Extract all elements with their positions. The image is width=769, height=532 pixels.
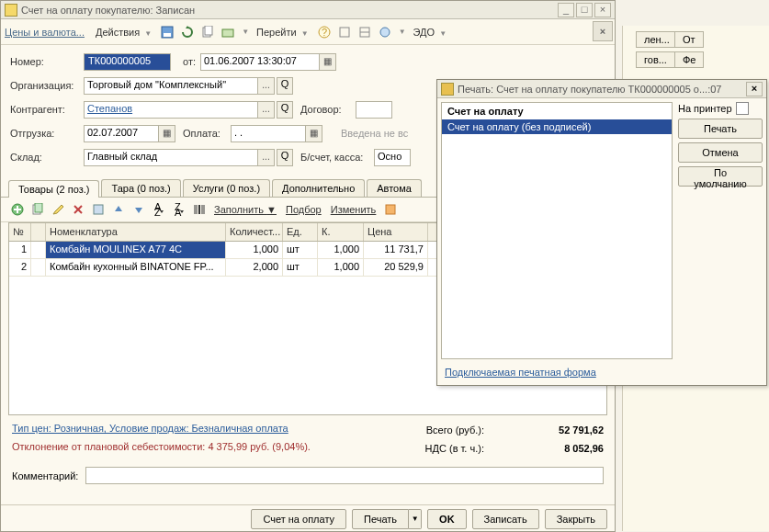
save-button[interactable]: Записать bbox=[472, 509, 539, 529]
date-input[interactable]: 01.06.2007 13:30:07 bbox=[200, 53, 320, 71]
sort-desc-icon[interactable]: ZA bbox=[170, 200, 188, 219]
total-value: 52 791,62 bbox=[521, 424, 604, 436]
table-icon[interactable] bbox=[89, 200, 107, 219]
toolbar-close-button[interactable]: × bbox=[593, 21, 613, 41]
comment-label: Комментарий: bbox=[12, 470, 78, 481]
comment-input[interactable] bbox=[85, 467, 604, 484]
barcode-icon[interactable] bbox=[190, 200, 209, 219]
org-dots-button[interactable]: ... bbox=[258, 77, 275, 95]
pay-input[interactable]: . . bbox=[231, 125, 306, 142]
copy-row-icon[interactable] bbox=[28, 200, 47, 219]
ship-picker-button[interactable]: ▦ bbox=[159, 125, 175, 142]
print-button[interactable]: Печать bbox=[352, 509, 409, 529]
maximize-button[interactable]: □ bbox=[576, 3, 593, 17]
print-list-item[interactable]: Счет на оплату (без подписей) bbox=[442, 119, 672, 134]
save-icon[interactable] bbox=[159, 24, 175, 40]
sklad-dots-button[interactable]: ... bbox=[258, 149, 275, 166]
moveup-icon[interactable] bbox=[109, 200, 128, 219]
gh-k[interactable]: К. bbox=[318, 223, 364, 241]
gh-num[interactable]: № bbox=[9, 223, 31, 241]
help-icon[interactable]: ? bbox=[316, 24, 333, 40]
ok-button[interactable]: OK bbox=[427, 509, 467, 529]
bank-label: Б/счет, касса: bbox=[300, 152, 374, 163]
to-printer-checkbox[interactable] bbox=[736, 102, 749, 115]
fill-link[interactable]: Заполнить ▼ bbox=[214, 204, 277, 215]
number-label: Номер: bbox=[10, 56, 84, 67]
refresh-icon[interactable] bbox=[179, 24, 196, 40]
gh-item[interactable]: Номенклатура bbox=[46, 223, 226, 241]
contr-label: Контрагент: bbox=[10, 104, 84, 115]
change-link[interactable]: Изменить bbox=[331, 204, 377, 215]
bg-tab-3: гов... bbox=[636, 51, 675, 68]
tool-icon-3[interactable] bbox=[377, 24, 393, 40]
tab-extra[interactable]: Дополнительно bbox=[272, 179, 365, 197]
contr-input[interactable]: Степанов bbox=[84, 101, 258, 119]
deviation-text: Отклонение от плановой себестоимости: 4 … bbox=[12, 441, 311, 456]
minimize-button[interactable]: _ bbox=[558, 3, 574, 17]
vat-label: НДС (в т. ч.): bbox=[425, 443, 484, 454]
goto-menu[interactable]: Перейти ▼ bbox=[253, 25, 312, 40]
select-link[interactable]: Подбор bbox=[286, 204, 322, 215]
print-list[interactable]: Счет на оплату Счет на оплату (без подпи… bbox=[441, 102, 673, 359]
dlg-footer-link[interactable]: Подключаемая печатная форма bbox=[437, 363, 766, 385]
bank-input[interactable]: Осно bbox=[374, 149, 411, 166]
add-icon[interactable] bbox=[8, 200, 27, 219]
total-label: Всего (руб.): bbox=[426, 424, 484, 436]
contr-dots-button[interactable]: ... bbox=[258, 101, 275, 119]
close-bottom-button[interactable]: Закрыть bbox=[545, 509, 607, 529]
tab-uslugi[interactable]: Услуги (0 поз.) bbox=[183, 179, 270, 197]
svg-rect-28 bbox=[386, 205, 395, 214]
titlebar: Счет на оплату покупателю: Записан _ □ × bbox=[1, 1, 615, 19]
main-toolbar: Цены и валюта... Действия ▼ ▼ Перейти ▼ … bbox=[1, 19, 615, 45]
bg-tab-2: От bbox=[674, 31, 704, 48]
tab-auto[interactable]: Автома bbox=[367, 179, 422, 197]
edit-icon[interactable] bbox=[49, 200, 67, 219]
number-input[interactable]: ТК000000005 bbox=[84, 53, 171, 71]
actions-menu[interactable]: Действия ▼ bbox=[92, 25, 155, 40]
dogovor-input[interactable] bbox=[356, 101, 392, 119]
tab-goods[interactable]: Товары (2 поз.) bbox=[8, 180, 99, 198]
dlg-cancel-button[interactable]: Отмена bbox=[678, 142, 763, 163]
contr-open-button[interactable]: Q bbox=[277, 101, 293, 119]
svg-rect-4 bbox=[222, 29, 233, 37]
org-input[interactable]: Торговый дом "Комплексный" bbox=[84, 77, 258, 95]
prices-link[interactable]: Цены и валюта... bbox=[5, 27, 85, 38]
gh-price[interactable]: Цена bbox=[364, 223, 428, 241]
grid-extra-icon[interactable] bbox=[381, 200, 400, 219]
invoice-button[interactable]: Счет на оплату bbox=[251, 509, 346, 529]
tab-tara[interactable]: Тара (0 поз.) bbox=[101, 179, 180, 197]
date-picker-button[interactable]: ▦ bbox=[320, 53, 336, 71]
to-printer-label: На принтер bbox=[678, 103, 732, 114]
svg-point-10 bbox=[380, 28, 390, 37]
edo-menu[interactable]: ЭДО ▼ bbox=[410, 25, 451, 40]
print-icon bbox=[441, 83, 454, 96]
tool-icon-2[interactable] bbox=[356, 24, 373, 40]
gh-unit[interactable]: Ед. bbox=[283, 223, 318, 241]
gh-qty[interactable]: Количест... bbox=[226, 223, 283, 241]
dlg-default-button[interactable]: По умолчанию bbox=[678, 166, 763, 187]
sklad-open-button[interactable]: Q bbox=[277, 149, 293, 166]
gh-icon[interactable] bbox=[31, 223, 46, 241]
bg-tab-1: лен... bbox=[636, 31, 678, 48]
org-open-button[interactable]: Q bbox=[277, 77, 293, 95]
pay-label: Оплата: bbox=[183, 128, 231, 139]
ship-input[interactable]: 02.07.2007 bbox=[84, 125, 159, 142]
dlg-print-button[interactable]: Печать bbox=[678, 119, 763, 139]
price-type-link[interactable]: Тип цен: Розничная, Условие продаж: Безн… bbox=[12, 423, 288, 437]
delete-icon[interactable] bbox=[69, 200, 87, 219]
dlg-close-button[interactable]: × bbox=[746, 82, 763, 96]
basedon-icon[interactable] bbox=[220, 24, 236, 40]
sklad-input[interactable]: Главный склад bbox=[84, 149, 258, 166]
copy-icon[interactable] bbox=[199, 24, 216, 40]
org-label: Организация: bbox=[10, 80, 84, 91]
pay-picker-button[interactable]: ▦ bbox=[306, 125, 322, 142]
tool3-chev-icon[interactable]: ▼ bbox=[399, 28, 406, 36]
print-chev-button[interactable]: ▼ bbox=[409, 509, 422, 529]
sort-asc-icon[interactable]: AZ bbox=[150, 200, 168, 219]
svg-text:Z: Z bbox=[154, 207, 161, 216]
movedown-icon[interactable] bbox=[130, 200, 148, 219]
tool-icon-1[interactable] bbox=[336, 24, 353, 40]
close-button[interactable]: × bbox=[594, 3, 611, 17]
basedon-chev-icon[interactable]: ▼ bbox=[242, 28, 249, 36]
from-label: от: bbox=[178, 56, 200, 67]
